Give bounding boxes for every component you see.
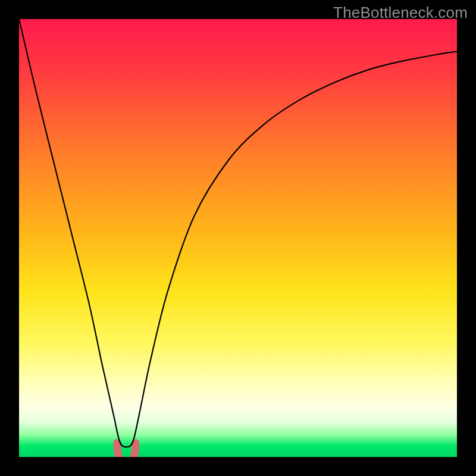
bottleneck-plot-svg [19, 19, 457, 457]
gradient-background [19, 19, 457, 457]
watermark-text: TheBottleneck.com [333, 4, 468, 22]
plot-area [19, 19, 457, 457]
chart-frame: TheBottleneck.com [0, 0, 476, 476]
